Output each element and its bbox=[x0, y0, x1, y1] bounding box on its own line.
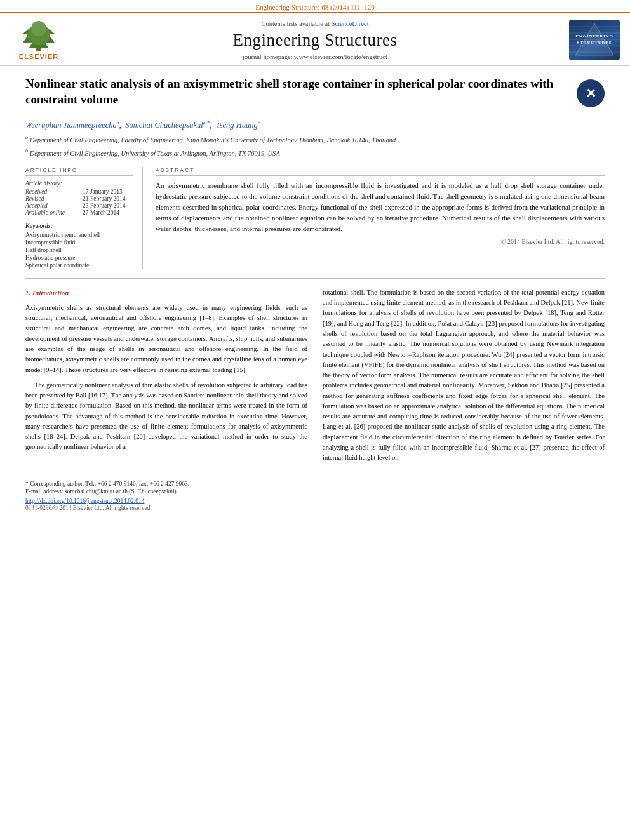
journal-header-band: ELSEVIER Contents lists available at Sci… bbox=[0, 12, 630, 66]
header-center: Contents lists available at ScienceDirec… bbox=[67, 20, 563, 60]
journal-logo-right: ENGINEERINGSTRUCTURES bbox=[563, 20, 620, 60]
article-info-label: ARTICLE INFO bbox=[25, 167, 133, 176]
affiliation-b: b Department of Civil Engineering, Unive… bbox=[25, 146, 605, 159]
footnote-corresponding: * Corresponding author. Tel.: +66 2 470 … bbox=[25, 481, 605, 487]
keyword-1: Axisymmetric membrane shell bbox=[25, 231, 133, 239]
author-2: Somchai Chucheepsakul bbox=[125, 121, 203, 130]
keyword-4: Hydrostatic pressure bbox=[25, 254, 133, 262]
keyword-2: Incompressible fluid bbox=[25, 239, 133, 246]
article-title: Nonlinear static analysis of an axisymme… bbox=[25, 76, 569, 107]
keywords-label: Keywords: bbox=[25, 222, 133, 229]
keywords-section: Keywords: Axisymmetric membrane shell In… bbox=[25, 222, 133, 269]
doi-section: http://dx.doi.org/10.1016/j.engstruct.20… bbox=[25, 498, 605, 504]
keyword-5: Spherical polar coordinate bbox=[25, 262, 133, 269]
history-row-accepted: Accepted 23 February 2014 bbox=[25, 203, 133, 209]
contents-line: Contents lists available at ScienceDirec… bbox=[67, 20, 563, 27]
authors-line: Weeraphan Jiammeepreechaa, Somchai Chuch… bbox=[25, 114, 605, 132]
history-row-received: Received 17 January 2013 bbox=[25, 189, 133, 195]
journal-ref-line: Engineering Structures 68 (2014) 111–120 bbox=[0, 0, 630, 12]
abstract-text: An axisymmetric membrane shell fully fil… bbox=[156, 180, 605, 234]
homepage-line: journal homepage: www.elsevier.com/locat… bbox=[67, 53, 563, 60]
body-right-para-1: rotational shell. The formulation is bas… bbox=[323, 288, 605, 463]
footnote-email: E-mail address: somchai.chu@kmutt.ac.th … bbox=[25, 488, 605, 495]
main-content: Nonlinear static analysis of an axisymme… bbox=[0, 66, 630, 511]
journal-logo-text: ENGINEERINGSTRUCTURES bbox=[575, 34, 613, 46]
elsevier-logo: ELSEVIER bbox=[10, 20, 67, 60]
body-two-col: 1. Introduction Axisymmetric shells as s… bbox=[25, 288, 605, 469]
science-direct-link[interactable]: ScienceDirect bbox=[332, 20, 369, 27]
doi-link[interactable]: http://dx.doi.org/10.1016/j.engstruct.20… bbox=[25, 498, 144, 504]
article-info-abstract: ARTICLE INFO Article history: Received 1… bbox=[25, 159, 605, 269]
footnote-section: * Corresponding author. Tel.: +66 2 470 … bbox=[25, 477, 605, 495]
body-right-col: rotational shell. The formulation is bas… bbox=[323, 288, 605, 469]
article-title-section: Nonlinear static analysis of an axisymme… bbox=[25, 66, 605, 114]
body-para-2: The geometrically nonlinear analysis of … bbox=[25, 380, 307, 453]
history-row-available: Available online 27 March 2014 bbox=[25, 210, 133, 216]
divider bbox=[25, 278, 605, 279]
section1-heading: 1. Introduction bbox=[25, 288, 307, 298]
article-history: Article history: Received 17 January 201… bbox=[25, 180, 133, 216]
issn-line: 0141-0296/© 2014 Elsevier Ltd. All right… bbox=[25, 505, 605, 511]
article-title-text: Nonlinear static analysis of an axisymme… bbox=[25, 76, 569, 107]
copyright-line: © 2014 Elsevier Ltd. All rights reserved… bbox=[156, 238, 605, 245]
abstract-col: ABSTRACT An axisymmetric membrane shell … bbox=[156, 167, 605, 269]
history-label: Article history: bbox=[25, 180, 133, 187]
elsevier-tree-icon bbox=[17, 20, 61, 53]
crossmark-badge[interactable]: ✕ bbox=[577, 79, 605, 107]
keyword-3: Half drop shell bbox=[25, 246, 133, 254]
svg-point-3 bbox=[31, 21, 46, 36]
abstract-label: ABSTRACT bbox=[156, 167, 605, 176]
author-3: Tseng Huang bbox=[216, 121, 258, 130]
body-left-col: 1. Introduction Axisymmetric shells as s… bbox=[25, 288, 307, 469]
article-info-col: ARTICLE INFO Article history: Received 1… bbox=[25, 167, 143, 269]
journal-title-header: Engineering Structures bbox=[67, 30, 563, 50]
affiliation-a: a Department of Civil Engineering, Facul… bbox=[25, 133, 605, 146]
author-1: Weeraphan Jiammeepreecha bbox=[25, 121, 117, 130]
journal-logo-box: ENGINEERINGSTRUCTURES bbox=[569, 20, 620, 60]
history-row-revised: Revised 21 February 2014 bbox=[25, 196, 133, 202]
body-para-1: Axisymmetric shells as structural elemen… bbox=[25, 303, 307, 375]
elsevier-wordmark: ELSEVIER bbox=[19, 53, 58, 60]
